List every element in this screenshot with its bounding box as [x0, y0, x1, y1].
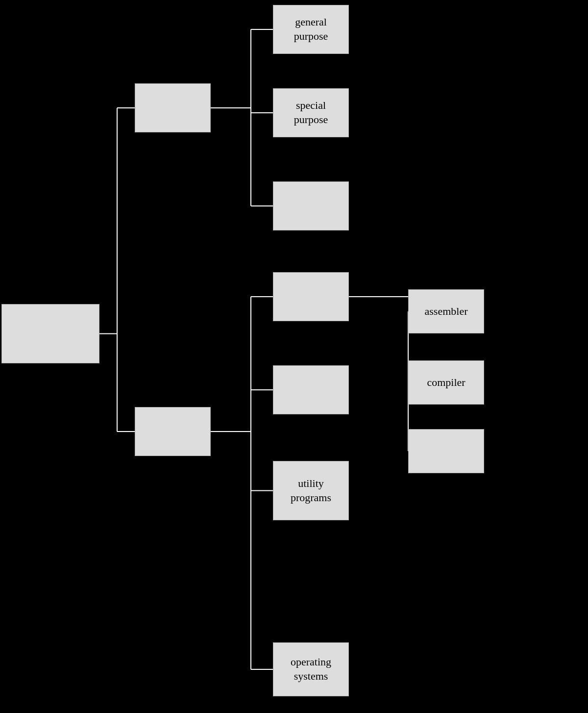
assembler-label: assembler: [425, 305, 468, 319]
operating-systems-label: operatingsystems: [291, 655, 331, 683]
utility-programs-node: utilityprograms: [273, 461, 349, 520]
general-purpose-node: generalpurpose: [273, 5, 349, 54]
special-purpose-node: specialpurpose: [273, 88, 349, 137]
compiler-node: compiler: [408, 360, 484, 405]
system-node: [135, 407, 211, 456]
node-f: [408, 429, 484, 473]
compiler-label: compiler: [427, 376, 465, 390]
utility-programs-label: utilityprograms: [291, 477, 331, 505]
software-node: [1, 304, 99, 363]
assembler-node: assembler: [408, 289, 484, 333]
node-d: [273, 272, 349, 321]
node-c: [273, 181, 349, 230]
application-node: [135, 83, 211, 132]
general-purpose-label: generalpurpose: [294, 15, 328, 43]
node-e: [273, 365, 349, 414]
special-purpose-label: specialpurpose: [294, 99, 328, 127]
operating-systems-node: operatingsystems: [273, 642, 349, 696]
